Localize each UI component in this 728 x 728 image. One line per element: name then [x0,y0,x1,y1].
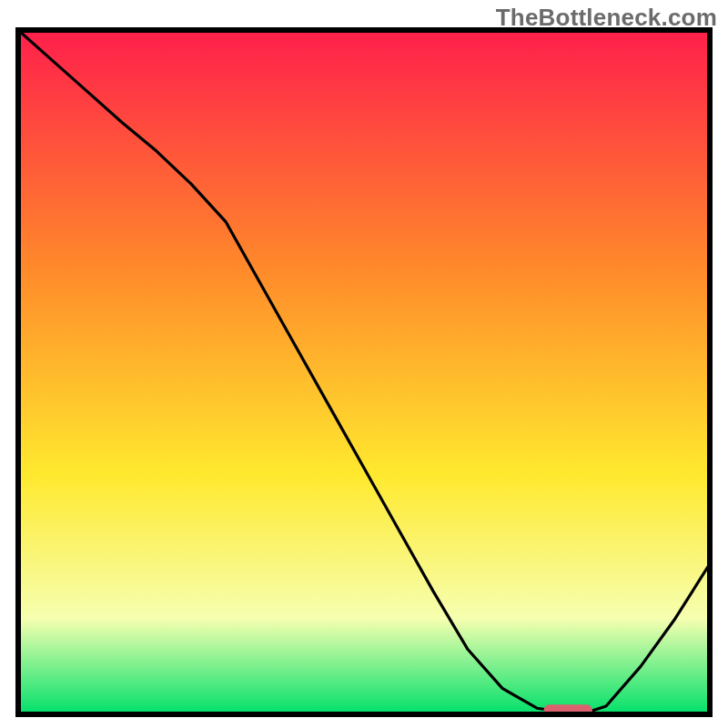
gradient-background [18,30,710,714]
bottleneck-chart [0,0,728,728]
chart-stage: TheBottleneck.com [0,0,728,728]
